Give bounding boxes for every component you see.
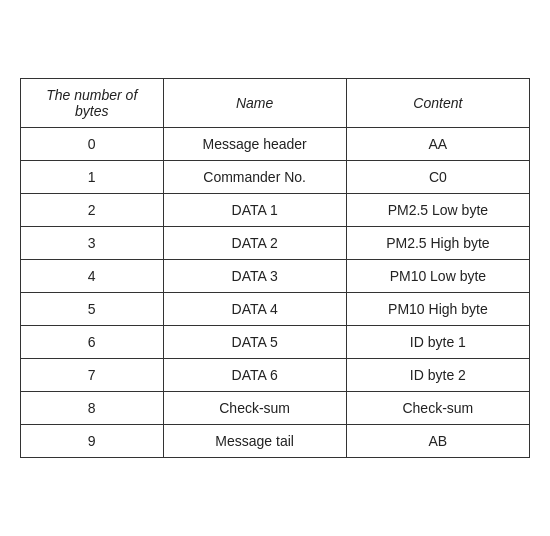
cell-name: DATA 3 bbox=[163, 260, 346, 293]
table-row: 1Commander No.C0 bbox=[21, 161, 530, 194]
table-header-row: The number of bytes Name Content bbox=[21, 79, 530, 128]
cell-bytes: 3 bbox=[21, 227, 164, 260]
cell-content: PM2.5 Low byte bbox=[346, 194, 529, 227]
cell-content: ID byte 1 bbox=[346, 326, 529, 359]
cell-content: C0 bbox=[346, 161, 529, 194]
header-content: Content bbox=[346, 79, 529, 128]
cell-bytes: 7 bbox=[21, 359, 164, 392]
cell-bytes: 9 bbox=[21, 425, 164, 458]
table-row: 2DATA 1PM2.5 Low byte bbox=[21, 194, 530, 227]
cell-name: Message tail bbox=[163, 425, 346, 458]
cell-name: DATA 4 bbox=[163, 293, 346, 326]
table-row: 6DATA 5ID byte 1 bbox=[21, 326, 530, 359]
cell-name: DATA 1 bbox=[163, 194, 346, 227]
cell-content: ID byte 2 bbox=[346, 359, 529, 392]
cell-content: Check-sum bbox=[346, 392, 529, 425]
cell-bytes: 0 bbox=[21, 128, 164, 161]
header-bytes: The number of bytes bbox=[21, 79, 164, 128]
table-row: 7DATA 6ID byte 2 bbox=[21, 359, 530, 392]
cell-name: DATA 2 bbox=[163, 227, 346, 260]
cell-content: PM10 Low byte bbox=[346, 260, 529, 293]
data-table: The number of bytes Name Content 0Messag… bbox=[20, 78, 530, 458]
table-row: 3DATA 2PM2.5 High byte bbox=[21, 227, 530, 260]
cell-content: AB bbox=[346, 425, 529, 458]
main-table-container: The number of bytes Name Content 0Messag… bbox=[20, 78, 530, 458]
cell-bytes: 8 bbox=[21, 392, 164, 425]
table-row: 5DATA 4PM10 High byte bbox=[21, 293, 530, 326]
cell-name: DATA 6 bbox=[163, 359, 346, 392]
cell-content: PM10 High byte bbox=[346, 293, 529, 326]
table-row: 4DATA 3PM10 Low byte bbox=[21, 260, 530, 293]
cell-bytes: 5 bbox=[21, 293, 164, 326]
table-row: 0Message headerAA bbox=[21, 128, 530, 161]
cell-bytes: 2 bbox=[21, 194, 164, 227]
header-name: Name bbox=[163, 79, 346, 128]
cell-name: Commander No. bbox=[163, 161, 346, 194]
cell-bytes: 6 bbox=[21, 326, 164, 359]
cell-name: DATA 5 bbox=[163, 326, 346, 359]
cell-content: PM2.5 High byte bbox=[346, 227, 529, 260]
cell-name: Message header bbox=[163, 128, 346, 161]
cell-bytes: 4 bbox=[21, 260, 164, 293]
cell-bytes: 1 bbox=[21, 161, 164, 194]
table-row: 8Check-sumCheck-sum bbox=[21, 392, 530, 425]
cell-name: Check-sum bbox=[163, 392, 346, 425]
cell-content: AA bbox=[346, 128, 529, 161]
table-row: 9Message tailAB bbox=[21, 425, 530, 458]
